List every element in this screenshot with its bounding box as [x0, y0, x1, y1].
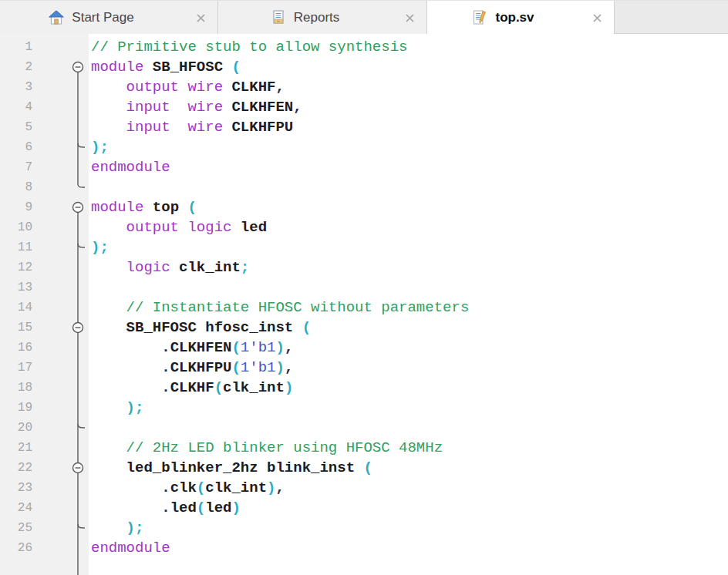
fold-guide [69, 338, 86, 358]
line-number: 26 [0, 541, 32, 555]
code-row: 1// Primitive stub to allow synthesis [0, 37, 728, 57]
close-icon[interactable] [403, 12, 416, 24]
code-line[interactable]: .CLKHFEN(1'b1), [86, 338, 293, 358]
code-row: 19 ); [0, 398, 728, 418]
code-row: 2module SB_HFOSC ( [0, 57, 728, 77]
fold-guide [69, 498, 86, 518]
code-line[interactable]: module SB_HFOSC ( [86, 57, 241, 77]
code-line[interactable]: ); [86, 398, 143, 418]
line-number: 2 [0, 60, 32, 74]
code-line[interactable]: logic clk_int; [86, 257, 249, 277]
code-row: 22 led_blinker_2hz blink_inst ( [0, 458, 728, 478]
line-number: 3 [0, 80, 32, 94]
code-row [0, 558, 728, 575]
code-line[interactable]: output wire CLKHF, [86, 77, 285, 97]
code-line[interactable]: // Instantiate HFOSC without parameters [86, 298, 469, 318]
fold-guide [69, 378, 86, 398]
tab-start-page[interactable]: Start Page [0, 1, 218, 35]
code-line[interactable]: led_blinker_2hz blink_inst ( [86, 458, 372, 478]
fold-guide [69, 157, 86, 177]
code-row: 24 .led(led) [0, 498, 728, 518]
line-number: 14 [0, 301, 32, 314]
tab-bar-filler [615, 1, 728, 34]
tab-label: top.sv [495, 10, 569, 25]
fold-guide [69, 558, 86, 575]
code-line[interactable]: ); [86, 137, 109, 157]
fold-guide [69, 518, 86, 538]
code-row: 26endmodule [0, 538, 728, 558]
close-icon[interactable] [194, 12, 207, 24]
code-line[interactable]: input wire CLKHFPU [86, 117, 293, 137]
fold-toggle-icon[interactable] [69, 57, 86, 77]
code-line[interactable]: .led(led) [86, 498, 241, 518]
fold-guide [69, 217, 86, 237]
code-line[interactable]: module top ( [86, 197, 197, 217]
line-number: 9 [0, 200, 32, 214]
tab-bar: Start Page Reports top.sv [0, 0, 728, 34]
fold-guide [69, 117, 86, 137]
code-line[interactable]: .CLKHFPU(1'b1), [86, 358, 293, 378]
line-number: 19 [0, 401, 32, 415]
line-number: 21 [0, 441, 32, 455]
line-number: 1 [0, 40, 32, 54]
home-icon [48, 9, 65, 26]
code-row: 20 [0, 418, 728, 438]
line-number: 23 [0, 481, 32, 495]
line-number: 20 [0, 421, 32, 435]
tab-top-sv[interactable]: top.sv [427, 1, 615, 35]
fold-guide [69, 37, 86, 57]
fold-guide [69, 97, 86, 117]
tab-label: Reports [294, 10, 376, 25]
line-number: 6 [0, 140, 32, 154]
fold-toggle-icon[interactable] [69, 197, 86, 217]
code-row: 3 output wire CLKHF, [0, 77, 728, 97]
code-line[interactable]: ); [86, 518, 143, 538]
code-line[interactable]: .CLKHF(clk_int) [86, 378, 293, 398]
code-row: 21 // 2Hz LED blinker using HFOSC 48MHz [0, 438, 728, 458]
line-number: 8 [0, 180, 32, 194]
line-number: 24 [0, 501, 32, 515]
fold-guide [69, 237, 86, 257]
code-editor[interactable]: 1// Primitive stub to allow synthesis2mo… [0, 34, 728, 575]
line-number: 18 [0, 381, 32, 395]
code-row: 25 ); [0, 518, 728, 538]
code-line[interactable]: input wire CLKHFEN, [86, 97, 302, 117]
code-line[interactable]: .clk(clk_int), [86, 478, 285, 498]
file-edit-icon [471, 9, 488, 26]
code-line[interactable]: // 2Hz LED blinker using HFOSC 48MHz [86, 438, 443, 458]
line-number: 13 [0, 281, 32, 294]
code-row: 10 output logic led [0, 217, 728, 237]
close-icon[interactable] [591, 12, 603, 24]
line-number: 12 [0, 261, 32, 274]
line-number: 25 [0, 521, 32, 535]
code-line[interactable]: output logic led [86, 217, 267, 237]
fold-guide [69, 137, 86, 157]
fold-guide [69, 358, 86, 378]
tab-reports[interactable]: Reports [218, 1, 427, 35]
code-row: 4 input wire CLKHFEN, [0, 97, 728, 117]
code-line[interactable]: endmodule [86, 157, 170, 177]
fold-guide [69, 77, 86, 97]
code-row: 5 input wire CLKHFPU [0, 117, 728, 137]
code-line[interactable]: ); [86, 237, 109, 257]
fold-guide [69, 538, 86, 558]
fold-guide [69, 418, 86, 438]
code-row: 23 .clk(clk_int), [0, 478, 728, 498]
code-row: 15 SB_HFOSC hfosc_inst ( [0, 318, 728, 338]
code-row: 11); [0, 237, 728, 257]
code-line[interactable]: // Primitive stub to allow synthesis [86, 37, 407, 57]
fold-guide [69, 177, 86, 197]
line-number: 17 [0, 361, 32, 375]
line-number: 15 [0, 321, 32, 335]
fold-toggle-icon[interactable] [69, 458, 86, 478]
fold-guide [69, 398, 86, 418]
line-number: 5 [0, 120, 32, 134]
fold-guide [69, 298, 86, 318]
line-number: 11 [0, 240, 32, 254]
code-line[interactable]: SB_HFOSC hfosc_inst ( [86, 318, 311, 338]
tab-label: Start Page [72, 10, 169, 25]
fold-guide [69, 257, 86, 277]
fold-toggle-icon[interactable] [69, 318, 86, 338]
code-row: 17 .CLKHFPU(1'b1), [0, 358, 728, 378]
code-line[interactable]: endmodule [86, 538, 170, 558]
